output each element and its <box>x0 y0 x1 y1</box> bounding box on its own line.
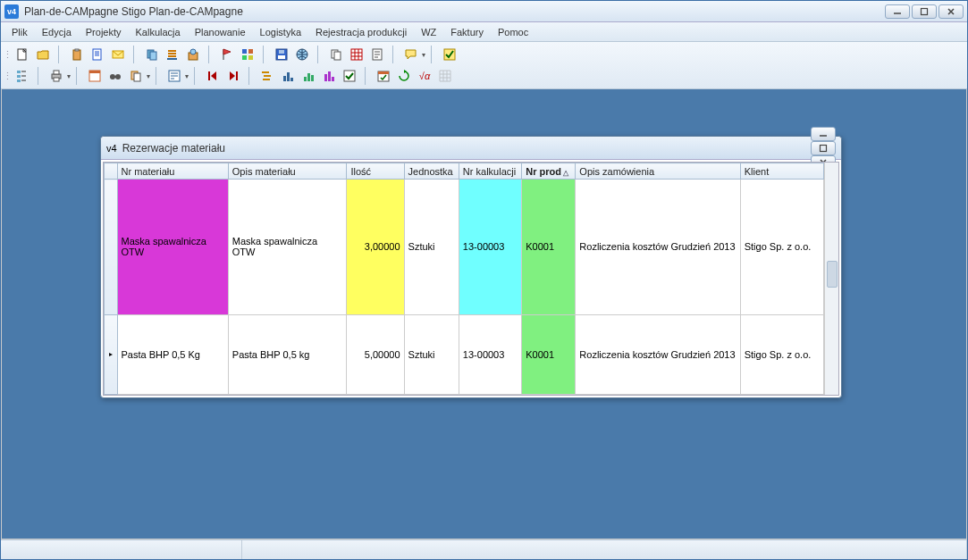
menu-item-pomoc[interactable]: Pomoc <box>491 24 535 40</box>
cell[interactable]: Stigo Sp. z o.o. <box>740 314 823 394</box>
svg-rect-52 <box>378 71 389 74</box>
cards-icon[interactable] <box>142 45 162 64</box>
calendar-check-icon[interactable] <box>374 66 393 86</box>
menu-item-planowanie[interactable]: Planowanie <box>188 24 253 40</box>
cell[interactable]: Sztuki <box>404 180 459 315</box>
svg-rect-43 <box>290 78 293 81</box>
column-header[interactable]: Ilość <box>347 163 404 180</box>
palette-icon[interactable] <box>238 45 257 64</box>
chat-icon[interactable] <box>401 45 421 64</box>
svg-rect-45 <box>307 73 310 81</box>
scrollbar-thumb[interactable] <box>827 261 838 288</box>
cell[interactable]: Maska spawalnicza OTW <box>228 180 347 315</box>
flag-icon[interactable] <box>217 45 237 64</box>
dropdown-arrow-icon[interactable]: ▾ <box>185 72 189 80</box>
column-header[interactable]: Nr prod△ <box>522 163 576 180</box>
note-icon[interactable] <box>367 45 387 64</box>
separator <box>248 67 254 85</box>
column-header[interactable]: Klient <box>740 163 823 180</box>
separator <box>431 46 436 63</box>
column-header[interactable]: Nr materiału <box>117 163 228 180</box>
child-window-title: Rezerwacje materiału <box>122 142 811 155</box>
first-record-icon[interactable] <box>203 66 223 86</box>
column-header[interactable]: Jednostka <box>404 163 459 180</box>
cell[interactable]: Pasta BHP 0,5 kg <box>228 314 347 394</box>
globe-icon[interactable] <box>292 45 312 64</box>
dropdown-arrow-icon[interactable]: ▾ <box>422 51 425 59</box>
row-indicator-header[interactable] <box>105 163 118 180</box>
new-icon[interactable] <box>13 45 32 64</box>
window-icon[interactable] <box>85 66 105 86</box>
menu-item-plik[interactable]: Plik <box>4 24 35 40</box>
vertical-scrollbar[interactable] <box>824 163 838 395</box>
open-icon[interactable] <box>33 45 53 64</box>
dropdown-arrow-icon[interactable]: ▾ <box>67 72 71 80</box>
spreadsheet-icon[interactable] <box>347 45 366 64</box>
dropdown-arrow-icon[interactable]: ▾ <box>147 72 150 80</box>
child-maximize-button[interactable] <box>811 141 836 155</box>
tree-icon[interactable] <box>13 66 32 86</box>
menu-item-wz[interactable]: WZ <box>414 24 443 40</box>
toolbar-row-1: ⋮ ▾ <box>4 44 964 65</box>
menu-item-kalkulacja[interactable]: Kalkulacja <box>129 24 188 40</box>
chart-bar-icon[interactable] <box>299 66 318 86</box>
status-pane-2 <box>242 540 967 559</box>
refresh-icon[interactable] <box>394 66 414 86</box>
menu-item-faktury[interactable]: Faktury <box>443 24 491 40</box>
svg-rect-29 <box>54 78 59 81</box>
cell[interactable]: Pasta BHP 0,5 Kg <box>117 314 228 394</box>
checkbox-icon[interactable] <box>440 45 459 64</box>
data-grid[interactable]: Nr materiałuOpis materiałuIlośćJednostka… <box>104 163 824 395</box>
child-minimize-button[interactable] <box>811 127 836 141</box>
menu-item-logistyka[interactable]: Logistyka <box>253 24 308 40</box>
copy-icon[interactable] <box>126 66 146 86</box>
grid-icon[interactable] <box>435 66 455 86</box>
last-record-icon[interactable] <box>223 66 243 86</box>
table-row[interactable]: Maska spawalnicza OTWMaska spawalnicza O… <box>105 180 824 315</box>
svg-rect-20 <box>334 52 341 60</box>
form-icon[interactable] <box>164 66 184 86</box>
minimize-button[interactable] <box>885 4 910 19</box>
cell[interactable]: Sztuki <box>404 314 459 394</box>
separator <box>38 67 43 85</box>
menu-item-edycja[interactable]: Edycja <box>35 24 79 40</box>
column-header[interactable]: Opis zamówienia <box>576 163 740 180</box>
svg-rect-11 <box>242 49 247 54</box>
column-header[interactable]: Opis materiału <box>228 163 347 180</box>
mail-icon[interactable] <box>108 45 128 64</box>
table-row[interactable]: ▸Pasta BHP 0,5 KgPasta BHP 0,5 kg5,00000… <box>105 314 824 394</box>
svg-rect-31 <box>89 71 100 73</box>
cell[interactable]: 13-00003 <box>459 314 521 394</box>
copy-doc-icon[interactable] <box>326 45 346 64</box>
chart-col-icon[interactable] <box>278 66 298 86</box>
chart-3-icon[interactable] <box>319 66 339 86</box>
cell[interactable]: Maska spawalnicza OTW <box>117 180 228 315</box>
menu-item-projekty[interactable]: Projekty <box>79 24 129 40</box>
print-icon[interactable] <box>46 66 66 86</box>
cell[interactable]: Rozliczenia kosztów Grudzień 2013 <box>576 180 740 315</box>
toolbar-row-2: ⋮ ▾ ▾ ▾ √α <box>4 65 964 87</box>
clipboard-icon[interactable] <box>67 45 87 64</box>
cell[interactable]: K0001 <box>522 180 576 315</box>
disk-icon[interactable] <box>272 45 291 64</box>
cell[interactable]: Rozliczenia kosztów Grudzień 2013 <box>576 314 740 394</box>
check-list-icon[interactable] <box>340 66 359 86</box>
calc-icon[interactable] <box>183 45 203 64</box>
binoculars-icon[interactable] <box>105 66 125 86</box>
formula-icon[interactable]: √α <box>415 66 434 86</box>
document-icon[interactable] <box>88 45 107 64</box>
svg-rect-25 <box>17 75 21 78</box>
cell[interactable]: Stigo Sp. z o.o. <box>740 180 823 315</box>
maximize-button[interactable] <box>912 4 937 19</box>
column-header[interactable]: Nr kalkulacji <box>459 163 521 180</box>
close-button[interactable] <box>939 4 964 19</box>
cell[interactable]: 5,00000 <box>347 314 404 394</box>
stack-icon[interactable] <box>163 45 182 64</box>
app-icon: v4 <box>4 4 19 19</box>
menu-item-rejestracja-produkcji[interactable]: Rejestracja produkcji <box>308 24 414 40</box>
cell[interactable]: 3,00000 <box>347 180 404 315</box>
cell[interactable]: K0001 <box>522 314 576 394</box>
svg-rect-3 <box>75 49 79 51</box>
gantt-icon[interactable] <box>257 66 277 86</box>
cell[interactable]: 13-00003 <box>459 180 521 315</box>
